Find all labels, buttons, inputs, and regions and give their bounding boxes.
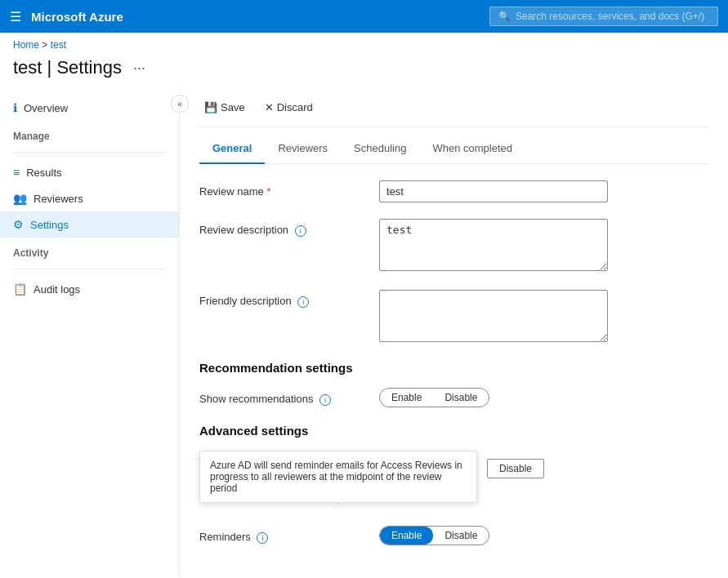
show-recommendations-row: Show recommendations i Enable Disable <box>199 388 708 407</box>
sidebar-overview-label: Overview <box>24 102 68 114</box>
review-name-input[interactable] <box>379 180 608 202</box>
sidebar-item-reviewers[interactable]: 👥 Reviewers <box>0 185 179 211</box>
hamburger-icon[interactable]: ☰ <box>10 9 21 24</box>
reviewers-icon: 👥 <box>13 192 27 205</box>
app-title: Microsoft Azure <box>31 10 480 24</box>
review-name-row: Review name <box>199 180 708 202</box>
review-name-input-area <box>379 180 708 202</box>
tab-when-completed[interactable]: When completed <box>419 134 525 164</box>
toolbar: 💾 Save ✕ Discard <box>199 88 708 127</box>
show-recommendations-label: Show recommendations i <box>199 388 379 406</box>
page-title-bar: test | Settings ··· <box>0 54 728 88</box>
reminders-toggle-area: Enable Disable <box>379 526 708 545</box>
section-name: Settings <box>56 57 122 78</box>
sidebar-settings-label: Settings <box>30 219 69 231</box>
results-icon: ≡ <box>13 166 20 179</box>
page-title: test | Settings <box>13 57 122 78</box>
show-recommendations-disable-btn[interactable]: Disable <box>433 389 489 407</box>
audit-logs-icon: 📋 <box>13 282 27 296</box>
friendly-description-info-icon[interactable]: i <box>297 296 309 308</box>
show-recommendations-toggle-area: Enable Disable <box>379 388 708 407</box>
friendly-description-label: Friendly description i <box>199 290 379 308</box>
review-description-row: Review description i test <box>199 219 708 273</box>
friendly-description-textarea[interactable] <box>379 290 608 342</box>
tab-reviewers[interactable]: Reviewers <box>265 134 341 164</box>
discard-icon: ✕ <box>265 101 274 113</box>
advanced-settings-heading: Advanced settings <box>199 424 708 438</box>
breadcrumb-home[interactable]: Home <box>13 39 39 51</box>
breadcrumb-test[interactable]: test <box>51 39 66 51</box>
reminders-enable-btn[interactable]: Enable <box>380 527 433 545</box>
resource-name: test <box>13 57 42 78</box>
friendly-description-row: Friendly description i <box>199 290 708 345</box>
sidebar-item-results[interactable]: ≡ Results <box>0 159 179 185</box>
tabs: General Reviewers Scheduling When comple… <box>199 134 708 164</box>
settings-icon: ⚙ <box>13 218 24 231</box>
sidebar-item-audit-logs[interactable]: 📋 Audit logs <box>0 276 179 302</box>
reminders-label: Reminders i <box>199 526 379 544</box>
reminders-toggle: Enable Disable <box>379 526 489 545</box>
search-bar[interactable]: 🔍 <box>489 7 718 26</box>
search-input[interactable] <box>516 11 709 22</box>
reminders-tooltip: Azure AD will send reminder emails for A… <box>199 451 477 503</box>
sidebar-reviewers-label: Reviewers <box>33 193 83 205</box>
save-button[interactable]: 💾 Save <box>199 98 250 117</box>
sidebar-collapse-button[interactable]: « <box>171 95 189 113</box>
recommendation-settings-heading: Recommendation settings <box>199 361 708 375</box>
show-recommendations-toggle: Enable Disable <box>379 388 489 407</box>
sidebar-audit-logs-label: Audit logs <box>33 283 80 296</box>
sidebar-item-overview[interactable]: ℹ Overview <box>0 95 179 121</box>
review-description-info-icon[interactable]: i <box>295 225 306 237</box>
sidebar-manage-section: Manage <box>0 121 179 145</box>
save-icon: 💾 <box>204 101 217 113</box>
tab-scheduling[interactable]: Scheduling <box>341 134 419 164</box>
content-area: 💾 Save ✕ Discard General Reviewers Sched… <box>180 88 728 576</box>
sidebar-activity-section: Activity <box>0 238 179 262</box>
top-navigation: ☰ Microsoft Azure 🔍 <box>0 0 728 33</box>
search-icon: 🔍 <box>498 11 511 22</box>
breadcrumb-separator: > <box>42 39 50 51</box>
breadcrumb: Home > test <box>0 33 728 54</box>
reminders-row: Reminders i Enable Disable <box>199 526 708 545</box>
sidebar-results-label: Results <box>26 167 61 179</box>
more-options-button[interactable]: ··· <box>128 58 150 78</box>
show-recommendations-enable-btn[interactable]: Enable <box>380 389 433 407</box>
review-name-label: Review name <box>199 180 379 198</box>
info-icon: ℹ <box>13 101 17 114</box>
sidebar-divider-1 <box>13 152 166 153</box>
reminders-info-icon[interactable]: i <box>257 532 268 544</box>
review-description-input-area: test <box>379 219 708 273</box>
review-description-label: Review description i <box>199 219 379 237</box>
review-description-textarea[interactable]: test <box>379 219 608 271</box>
sidebar: « ℹ Overview Manage ≡ Results 👥 Reviewer… <box>0 88 180 576</box>
show-recommendations-info-icon[interactable]: i <box>319 394 331 406</box>
discard-button[interactable]: ✕ Discard <box>260 98 318 117</box>
sidebar-divider-2 <box>13 269 166 269</box>
tab-general[interactable]: General <box>199 134 265 164</box>
reminders-disable-btn[interactable]: Disable <box>433 527 489 545</box>
friendly-description-input-area <box>379 290 708 345</box>
sidebar-item-settings[interactable]: ⚙ Settings <box>0 211 179 238</box>
tooltip-disable-button[interactable]: Disable <box>487 459 544 478</box>
